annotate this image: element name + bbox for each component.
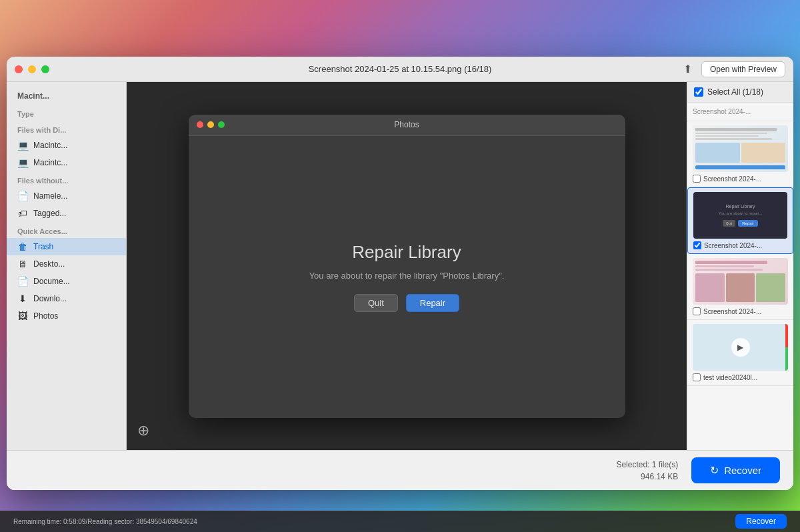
select-all-checkbox[interactable] [694,87,703,97]
sidebar-item-trash[interactable]: 🗑 Trash [7,238,126,255]
sidebar-label-desktop: Deskto... [33,259,65,269]
sidebar-label-downloads: Downlo... [33,294,67,303]
thumbnail-item-4[interactable]: Screenshot 2024-... [687,254,793,320]
quit-button[interactable]: Quit [354,294,398,312]
dark-mini-text: Repair Library [726,204,755,209]
bottom-bar: Selected: 1 file(s) 946.14 KB ↻ Recover [7,450,793,490]
thumbnail-row-3: Screenshot 2024-... [693,241,787,249]
photos-minimize-button[interactable] [207,121,214,128]
thumbnail-date-1: Screenshot 2024-... [693,107,788,117]
drive-icon-1: 💻 [17,140,28,151]
thumbnail-item-1[interactable]: Screenshot 2024-... [687,103,793,121]
sidebar-label-photos: Photos [33,311,58,321]
photos-traffic-lights [197,121,225,128]
desktop-icon: 🖥 [17,259,28,269]
photos-dialog: Photos Repair Library You are about to r… [189,115,625,418]
selected-info: Selected: 1 file(s) 946.14 KB [616,459,678,483]
thumbnail-item-5[interactable]: ▶ test video20240l... [687,320,793,386]
right-panel: Select All (1/18) Screenshot 2024-... [687,82,793,450]
dark-mini-subtitle: You are about to repair... [719,211,763,215]
window-title: Screenshot 2024-01-25 at 10.15.54.png (1… [309,64,492,74]
recover-bottom-button[interactable]: Recover [735,514,787,529]
video-progress-bar [785,324,788,371]
select-all-row: Select All (1/18) [687,82,793,103]
type-label: Type [7,105,126,121]
sidebar-item-tagged[interactable]: 🏷 Tagged... [7,205,126,222]
thumbnail-checkbox-2[interactable] [693,175,701,183]
thumbnail-checkbox-5[interactable] [693,373,701,381]
sidebar-item-documents[interactable]: 📄 Docume... [7,273,126,290]
thumbnail-name-4: Screenshot 2024-... [703,308,761,315]
document-icon: 📄 [17,276,28,287]
progress-bar-area: Remaining time: 0:58:09/Reading sector: … [0,511,800,532]
sidebar-label-macintc-1: Macintc... [33,141,67,150]
open-preview-button[interactable]: Open with Preview [701,61,785,77]
maximize-button[interactable] [41,65,49,73]
select-all-label: Select All (1/18) [707,87,763,97]
repair-buttons: Quit Repair [354,294,459,312]
traffic-lights [15,65,49,73]
dark-mini-repair: Repair [738,220,758,227]
thumbnail-name-5: test video20240l... [703,374,757,381]
sidebar-item-downloads[interactable]: ⬇ Downlo... [7,290,126,307]
files-without-label: Files without... [7,171,126,187]
thumbnail-row-4: Screenshot 2024-... [693,307,788,315]
title-bar-actions: ⬆ Open with Preview [679,61,785,77]
photos-close-button[interactable] [197,121,203,128]
selected-count: Selected: 1 file(s) [616,459,678,471]
dark-mini-content: Repair Library You are about to repair..… [713,192,768,239]
thumbnail-row-2: Screenshot 2024-... [693,175,788,183]
thumbnails-list: Screenshot 2024-... [687,103,793,450]
thumbnail-row-5: test video20240l... [693,373,788,381]
sidebar-item-namele[interactable]: 📄 Namele... [7,187,126,205]
photos-icon: 🖼 [17,311,28,321]
photos-dialog-content: Repair Library You are about to repair t… [189,136,625,418]
sidebar-item-macintc-2[interactable]: 💻 Macintc... [7,154,126,171]
sidebar-label-tagged: Tagged... [33,209,66,218]
title-bar: Screenshot 2024-01-25 at 10.15.54.png (1… [7,57,793,82]
minimize-button[interactable] [28,65,36,73]
thumbnail-checkbox-4[interactable] [693,307,701,315]
sidebar-label-macintc-2: Macintc... [33,158,67,167]
drive-icon-2: 💻 [17,157,28,168]
photos-title-label: Photos [394,120,419,129]
thumbnail-img-5: ▶ [693,324,788,371]
sidebar-label-documents: Docume... [33,277,70,286]
share-icon[interactable]: ⬆ [679,61,696,77]
tag-icon: 🏷 [17,208,28,219]
sidebar-item-desktop[interactable]: 🖥 Deskto... [7,255,126,273]
sidebar-label-namele: Namele... [33,191,67,201]
recover-button[interactable]: ↻ Recover [691,457,780,483]
sidebar-item-macintc-1[interactable]: 💻 Macintc... [7,137,126,154]
thumbnail-item-2[interactable]: Screenshot 2024-... [687,121,793,187]
repair-library-subtitle: You are about to repair the library "Pho… [309,271,505,281]
repair-library-title: Repair Library [352,242,461,263]
photos-maximize-button[interactable] [218,121,225,128]
thumbnail-img-2 [693,125,788,172]
selected-size: 946.14 KB [616,471,678,483]
thumbnail-item-3[interactable]: Repair Library You are about to repair..… [687,187,793,254]
recover-icon: ↻ [710,464,719,477]
content-area: Macint... Type Files with Di... 💻 Macint… [7,82,793,450]
thumbnail-img-4 [693,258,788,305]
thumbnail-name-3: Screenshot 2024-... [704,242,762,249]
sidebar-item-photos[interactable]: 🖼 Photos [7,307,126,325]
repair-button[interactable]: Repair [406,294,459,312]
progress-text: Remaining time: 0:58:09/Reading sector: … [13,518,725,525]
zoom-in-icon[interactable]: ⊕ [137,422,149,439]
files-with-dir-label: Files with Di... [7,121,126,137]
quick-access-label: Quick Acces... [7,222,126,238]
sidebar: Macint... Type Files with Di... 💻 Macint… [7,82,127,450]
sidebar-label-trash: Trash [33,242,53,251]
thumbnail-name-2: Screenshot 2024-... [703,175,761,183]
photos-title-bar: Photos [189,115,625,136]
file-icon: 📄 [17,191,28,201]
main-recovery-window: Screenshot 2024-01-25 at 10.15.54.png (1… [7,57,793,490]
dark-mini-quit: Quit [723,220,735,227]
sidebar-top-label: Macint... [7,87,126,105]
trash-icon: 🗑 [17,241,28,252]
close-button[interactable] [15,65,23,73]
thumbnail-checkbox-3[interactable] [693,241,701,249]
preview-area: Photos Repair Library You are about to r… [127,82,687,450]
download-icon: ⬇ [17,293,28,304]
